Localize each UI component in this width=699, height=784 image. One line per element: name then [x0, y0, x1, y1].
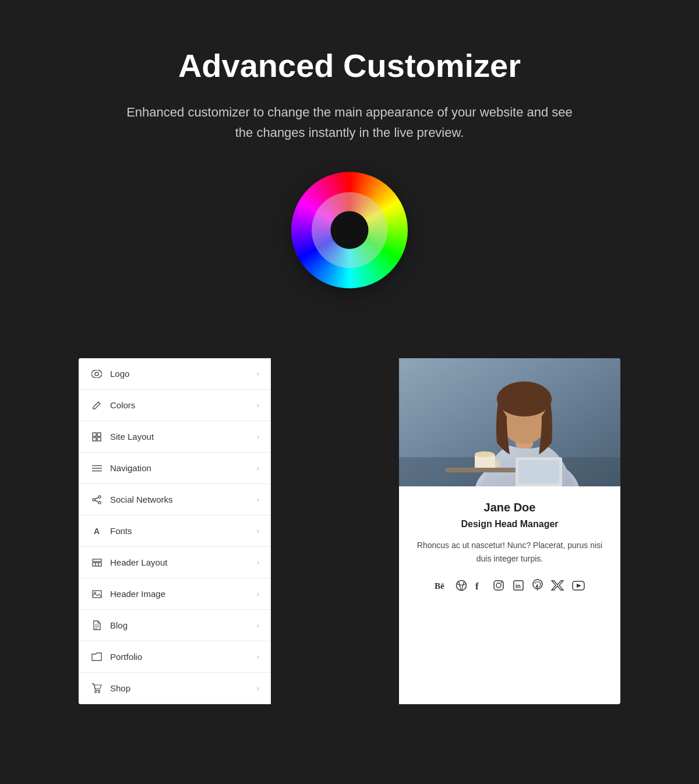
behance-icon[interactable]: Bē: [435, 581, 447, 590]
menu-icon: [90, 465, 103, 472]
chevron-right-icon: ›: [257, 527, 259, 535]
chevron-right-icon: ›: [257, 621, 259, 630]
cart-icon: [90, 683, 103, 693]
profile-panel: Jane Doe Design Head Manager Rhoncus ac …: [399, 358, 620, 704]
svg-rect-2: [93, 433, 96, 436]
sidebar-item-label: Header Layout: [110, 557, 257, 567]
image-icon: [90, 590, 103, 598]
sidebar-item-header-layout[interactable]: Header Layout ›: [79, 547, 271, 578]
svg-point-41: [496, 583, 501, 588]
profile-name: Jane Doe: [416, 501, 603, 514]
sidebar-item-social-networks[interactable]: Social Networks ›: [79, 484, 271, 515]
svg-rect-33: [495, 460, 500, 467]
sidebar-item-blog[interactable]: Blog ›: [79, 610, 271, 641]
instagram-icon[interactable]: [493, 580, 504, 591]
svg-rect-14: [93, 559, 101, 561]
svg-rect-15: [93, 563, 101, 566]
chevron-right-icon: ›: [257, 558, 259, 567]
profile-info: Jane Doe Design Head Manager Rhoncus ac …: [399, 486, 620, 612]
sidebar-item-shop[interactable]: Shop ›: [79, 673, 271, 704]
svg-line-12: [95, 497, 98, 499]
svg-rect-36: [518, 460, 559, 483]
profile-job-title: Design Head Manager: [416, 519, 603, 529]
color-wheel-center: [331, 211, 369, 249]
youtube-icon[interactable]: [572, 581, 585, 591]
sidebar-item-colors[interactable]: Colors ›: [79, 390, 271, 421]
linkedin-icon[interactable]: in: [513, 580, 524, 591]
chevron-right-icon: ›: [257, 432, 259, 441]
svg-marker-47: [577, 584, 581, 588]
svg-rect-3: [97, 433, 101, 436]
eye-icon: [90, 370, 103, 378]
chevron-right-icon: ›: [257, 589, 259, 598]
svg-text:f: f: [475, 581, 479, 591]
facebook-icon[interactable]: f: [475, 580, 485, 591]
hero-description: Enhanced customizer to change the main a…: [122, 102, 577, 143]
hero-section: Advanced Customizer Enhanced customizer …: [0, 0, 699, 358]
sidebar-item-portfolio[interactable]: Portfolio ›: [79, 641, 271, 673]
sidebar-item-header-image[interactable]: Header Image ›: [79, 578, 271, 610]
sidebar-item-label: Logo: [110, 369, 257, 379]
profile-image: [399, 358, 620, 486]
sidebar-panel: Logo › Colors › Site Layo: [79, 358, 271, 704]
svg-point-11: [98, 502, 101, 504]
sidebar-item-fonts[interactable]: A Fonts ›: [79, 515, 271, 547]
sidebar-item-label: Portfolio: [110, 652, 257, 662]
share-icon: [90, 495, 103, 504]
svg-point-23: [95, 691, 97, 693]
svg-text:in: in: [516, 583, 521, 589]
chevron-right-icon: ›: [257, 369, 259, 378]
svg-point-9: [98, 496, 101, 498]
svg-text:Bē: Bē: [435, 581, 444, 590]
sidebar-item-label: Site Layout: [110, 432, 257, 442]
profile-bio: Rhoncus ac ut nascetur! Nunc? Placerat, …: [416, 539, 603, 565]
chevron-right-icon: ›: [257, 684, 259, 693]
bottom-section: Logo › Colors › Site Layo: [0, 358, 699, 704]
pinterest-icon[interactable]: [532, 579, 543, 592]
chevron-right-icon: ›: [257, 652, 259, 661]
chevron-right-icon: ›: [257, 495, 259, 504]
sidebar-item-label: Navigation: [110, 463, 257, 473]
svg-rect-5: [97, 437, 101, 441]
social-icons-row: Bē f: [416, 579, 603, 592]
grid-icon: [90, 432, 103, 442]
pencil-icon: [90, 401, 103, 410]
sidebar-item-label: Shop: [110, 683, 257, 693]
svg-point-1: [95, 372, 98, 376]
color-wheel-outer: [291, 172, 408, 288]
svg-point-42: [501, 582, 502, 583]
doc-icon: [90, 620, 103, 630]
svg-point-0: [91, 370, 102, 378]
svg-point-30: [497, 382, 552, 416]
svg-point-32: [475, 451, 495, 457]
table-icon: [90, 559, 103, 567]
svg-line-13: [95, 500, 98, 502]
svg-point-24: [98, 691, 100, 693]
sidebar-item-site-layout[interactable]: Site Layout ›: [79, 421, 271, 453]
sidebar-item-label: Colors: [110, 400, 257, 410]
sidebar-item-label: Header Image: [110, 589, 257, 599]
color-wheel: [291, 172, 408, 288]
sidebar-item-navigation[interactable]: Navigation ›: [79, 453, 271, 484]
page-title: Advanced Customizer: [178, 47, 521, 84]
sidebar-item-label: Social Networks: [110, 495, 257, 504]
chevron-right-icon: ›: [257, 401, 259, 409]
sidebar-item-logo[interactable]: Logo ›: [79, 358, 271, 390]
svg-rect-4: [93, 437, 96, 441]
sidebar-item-label: Blog: [110, 620, 257, 630]
sidebar-item-label: Fonts: [110, 526, 257, 536]
chevron-right-icon: ›: [257, 464, 259, 472]
twitter-icon[interactable]: [551, 580, 564, 591]
folder-icon: [90, 652, 103, 661]
svg-point-10: [93, 499, 95, 501]
font-icon: A: [90, 527, 103, 536]
dribbble-icon[interactable]: [456, 580, 467, 591]
